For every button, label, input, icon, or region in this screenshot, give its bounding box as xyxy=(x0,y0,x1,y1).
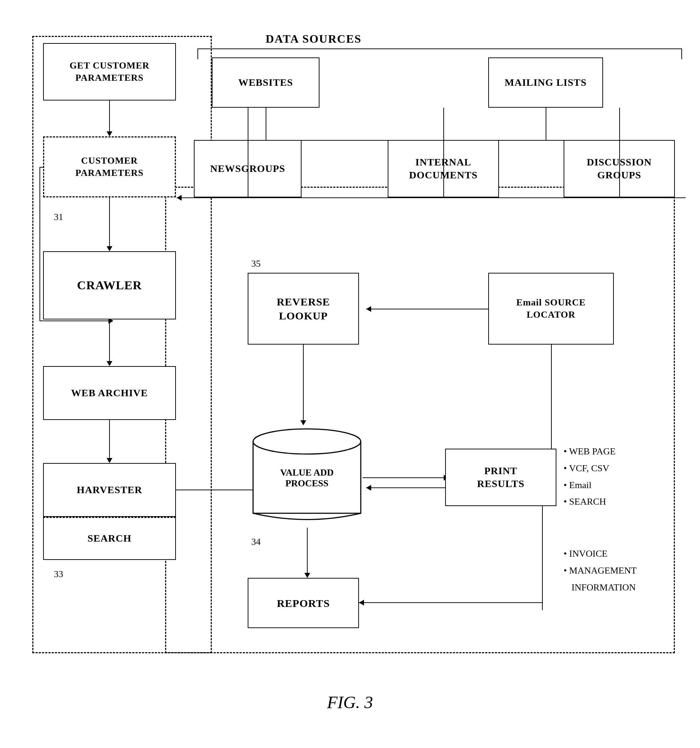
data-sources-line xyxy=(198,49,682,49)
bus-line-h xyxy=(248,198,686,198)
search-box: SEARCH xyxy=(43,517,176,560)
value-add-process-cylinder: VALUE ADD PROCESS xyxy=(251,427,362,528)
bus-to-crawler-h xyxy=(177,198,248,198)
print-results-bullets: • WEB PAGE • VCF, CSV • Email • SEARCH xyxy=(564,443,616,510)
data-sources-line-right-down xyxy=(681,49,682,59)
arrow-crawler-to-webarchive xyxy=(109,319,110,362)
ref-31: 31 xyxy=(54,212,63,222)
line-news-to-bus xyxy=(248,140,248,198)
arrow-vap-to-print xyxy=(362,477,445,478)
bus-to-crawler-head xyxy=(177,195,182,201)
line-disc-to-bus xyxy=(619,140,620,198)
arrow-vap-to-reports-head xyxy=(304,573,310,578)
line-top-h1 xyxy=(248,140,445,141)
ref-33: 33 xyxy=(54,569,63,580)
svg-text:PROCESS: PROCESS xyxy=(285,478,329,488)
arrow-webarchive-to-harvester xyxy=(109,420,110,459)
get-customer-params-box: GET CUSTOMER PARAMETERS xyxy=(43,43,176,100)
line-internal-to-bus xyxy=(443,140,444,198)
data-sources-label: DATA SOURCES xyxy=(266,32,362,46)
diagram-container: DATA SOURCES 21,23 GET CUSTOMER PARAMETE… xyxy=(21,14,679,719)
arrow-get-to-cust-head xyxy=(107,131,113,136)
arrow-cust-to-crawler-head xyxy=(107,246,113,251)
arrow-get-to-cust xyxy=(109,100,110,133)
arrow-loop-h xyxy=(40,321,110,321)
line-top-h2 xyxy=(443,140,565,141)
print-results-box: PRINT RESULTS xyxy=(445,448,556,506)
line-disc-up xyxy=(619,108,620,141)
arrow-email-to-reverse-head xyxy=(366,306,371,312)
arrow-loop-top-h xyxy=(40,167,44,167)
harvester-box: HARVESTER xyxy=(43,463,176,517)
svg-text:VALUE ADD: VALUE ADD xyxy=(280,467,333,478)
figure-label: FIG. 3 xyxy=(327,692,373,712)
arrow-webarchive-to-harvester-head xyxy=(107,458,113,463)
svg-point-1 xyxy=(253,429,361,454)
arrow-email-to-vap-head xyxy=(366,485,371,491)
ref-35: 35 xyxy=(251,258,260,269)
reverse-lookup-box: REVERSE LOOKUP xyxy=(248,273,359,345)
arrow-print-down xyxy=(542,506,543,610)
arrow-to-reports-h xyxy=(359,602,543,603)
mailing-lists-box: MAILING LISTS xyxy=(488,58,603,108)
line-websites-down xyxy=(266,108,266,140)
line-mailing-down xyxy=(546,108,546,140)
customer-parameters-box: CUSTOMER PARAMETERS xyxy=(43,136,176,198)
arrow-cust-to-crawler xyxy=(109,198,110,248)
web-archive-box: WEB ARCHIVE xyxy=(43,366,176,420)
arrow-email-to-reverse xyxy=(366,309,489,309)
arrow-reverse-to-vap-head xyxy=(300,420,306,425)
websites-box: WEBSITES xyxy=(212,58,320,108)
line-news-up xyxy=(248,108,248,141)
arrow-reverse-to-vap xyxy=(303,345,304,422)
line-internal-up xyxy=(443,108,444,141)
reports-bullets: • INVOICE • MANAGEMENT INFORMATION xyxy=(564,546,636,596)
ref-34: 34 xyxy=(251,537,260,547)
arrow-crawler-to-webarchive-head xyxy=(107,361,113,366)
email-source-locator-box: Email SOURCE LOCATOR xyxy=(488,273,614,345)
reports-box: REPORTS xyxy=(248,578,359,628)
crawler-box: CRAWLER xyxy=(43,251,176,319)
arrow-loop-v xyxy=(40,167,40,321)
arrow-vap-to-reports xyxy=(307,528,307,574)
arrow-to-reports-head xyxy=(359,600,364,605)
